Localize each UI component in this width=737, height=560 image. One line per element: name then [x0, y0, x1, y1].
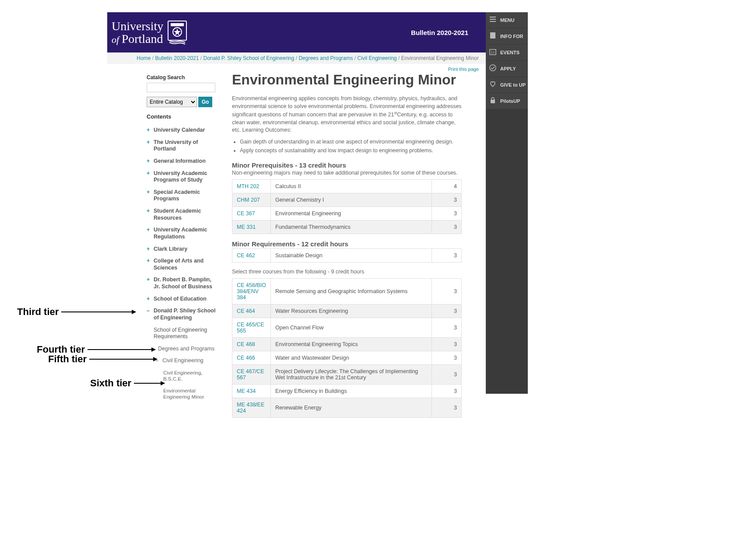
- crumb-bulletin[interactable]: Bulletin 2020-2021: [155, 55, 199, 61]
- rail-label: EVENTS: [500, 50, 519, 55]
- rail-item-pilotsup[interactable]: PilotsUP: [486, 93, 528, 109]
- elect-table: CE 458/BIO 384/ENV 384Remote Sensing and…: [232, 278, 462, 418]
- crumb-home[interactable]: Home: [137, 55, 151, 61]
- expand-icon[interactable]: +: [147, 246, 152, 253]
- course-row: ME 438/EE 424Renewable Energy3: [232, 398, 462, 417]
- course-name: Environmental Engineering Topics: [271, 337, 432, 351]
- cal-icon: 11: [489, 48, 496, 57]
- course-row: CHM 207General Chemistry I3: [232, 193, 462, 206]
- expand-icon: [156, 388, 161, 400]
- course-row: CE 367Environmental Engineering3: [232, 206, 462, 220]
- annotation-tier3: Third tier: [17, 306, 136, 318]
- course-code-link[interactable]: ME 434: [237, 388, 256, 394]
- course-credits: 3: [432, 398, 462, 417]
- course-name: Renewable Energy: [271, 398, 432, 417]
- svg-rect-1: [171, 23, 184, 26]
- course-code-link[interactable]: CE 465: [237, 322, 255, 328]
- course-row: CE 458/BIO 384/ENV 384Remote Sensing and…: [232, 278, 462, 304]
- check-icon: [489, 64, 496, 73]
- course-name: Open Channel Flow: [271, 318, 432, 337]
- course-code-link[interactable]: CE 467: [237, 368, 255, 374]
- svg-rect-7: [491, 100, 495, 103]
- course-row: CE 462Sustainable Design3: [232, 248, 462, 262]
- expand-icon[interactable]: +: [147, 208, 152, 221]
- expand-icon[interactable]: +: [147, 258, 152, 271]
- course-code-link[interactable]: CHM 207: [237, 197, 260, 203]
- req-table: CE 462Sustainable Design3: [232, 248, 462, 262]
- rail-label: PilotsUP: [500, 98, 520, 104]
- rail-item-info-for[interactable]: INFO FOR: [486, 28, 528, 45]
- course-credits: 3: [432, 248, 462, 262]
- outcome-item: Gain depth of understanding in at least …: [240, 139, 462, 145]
- course-code-link[interactable]: CE 462: [237, 252, 255, 259]
- crumb-civil[interactable]: Civil Engineering: [358, 55, 397, 61]
- prereq-table: MTH 202Calculus II4CHM 207General Chemis…: [232, 179, 462, 234]
- course-row: ME 434Energy Efficiency in Buildings3: [232, 384, 462, 398]
- course-code-link[interactable]: ME 331: [237, 224, 256, 230]
- rail-item-menu[interactable]: MENU: [486, 12, 528, 28]
- annotation-tier6: Sixth tier: [90, 378, 165, 389]
- course-code-link[interactable]: ME 438: [237, 402, 256, 408]
- course-row: MTH 202Calculus II4: [232, 179, 462, 193]
- prereq-heading: Minor Prerequisites - 13 credit hours: [232, 161, 462, 169]
- course-code-link[interactable]: MTH 202: [237, 183, 259, 189]
- expand-icon[interactable]: +: [147, 170, 152, 184]
- logo[interactable]: University of Portland: [112, 20, 187, 46]
- svg-point-6: [490, 65, 496, 71]
- expand-icon[interactable]: +: [147, 296, 152, 303]
- course-name: Sustainable Design: [271, 248, 432, 262]
- heart-icon: [489, 80, 496, 89]
- course-code-link[interactable]: CE 458: [237, 282, 255, 288]
- menu-rail: MENUINFO FOR11EVENTSAPPLYGIVE to UPPilot…: [486, 12, 528, 394]
- main-content: Environmental Engineering Minor Environm…: [193, 72, 486, 433]
- course-credits: 4: [432, 179, 462, 193]
- course-credits: 3: [432, 351, 462, 364]
- toc-item-label[interactable]: Clark Library: [154, 246, 187, 253]
- prereq-sub: Non-engineering majors may need to take …: [232, 170, 462, 176]
- course-credits: 3: [432, 384, 462, 398]
- course-code-link[interactable]: CE 464: [237, 308, 255, 314]
- logo-line1: University: [112, 19, 163, 33]
- course-credits: 3: [432, 206, 462, 220]
- rail-label: INFO FOR: [500, 34, 523, 39]
- rail-label: APPLY: [500, 66, 516, 71]
- expand-icon[interactable]: +: [147, 127, 152, 134]
- course-row: CE 466Water and Wastewater Design3: [232, 351, 462, 364]
- print-link[interactable]: Print this page: [448, 66, 479, 72]
- rail-label: MENU: [500, 18, 514, 23]
- course-name: Remote Sensing and Geographic Informatio…: [271, 278, 432, 304]
- svg-text:11: 11: [491, 50, 495, 54]
- elect-heading: Select three courses from the following …: [232, 269, 462, 275]
- course-row: ME 331Fundamental Thermodynamics3: [232, 220, 462, 234]
- expand-icon[interactable]: –: [147, 308, 152, 321]
- course-row: CE 464Water Resources Engineering3: [232, 304, 462, 318]
- page-title: Environmental Engineering Minor: [232, 72, 462, 88]
- course-code-link[interactable]: CE 367: [237, 210, 255, 217]
- course-row: CE 465/CE 565Open Channel Flow3: [232, 318, 462, 337]
- expand-icon[interactable]: +: [147, 189, 152, 203]
- course-name: Energy Efficiency in Buildings: [271, 384, 432, 398]
- menu-icon: [489, 16, 496, 24]
- rail-item-events[interactable]: 11EVENTS: [486, 45, 528, 61]
- course-name: Project Delivery Lifecycle: The Challeng…: [271, 364, 432, 384]
- course-code-link[interactable]: CE 468: [237, 341, 255, 347]
- bulletin-title: Bulletin 2020-2021: [411, 29, 468, 36]
- course-name: Fundamental Thermodynamics: [271, 220, 432, 234]
- crumb-school[interactable]: Donald P. Shiley School of Engineering: [203, 55, 294, 61]
- course-credits: 3: [432, 220, 462, 234]
- expand-icon[interactable]: +: [147, 227, 152, 240]
- expand-icon[interactable]: +: [147, 276, 152, 290]
- rail-item-apply[interactable]: APPLY: [486, 61, 528, 77]
- crumb-degrees[interactable]: Degrees and Programs: [298, 55, 353, 61]
- course-credits: 3: [432, 304, 462, 318]
- expand-icon[interactable]: +: [147, 158, 152, 165]
- course-credits: 3: [432, 337, 462, 351]
- course-name: Water Resources Engineering: [271, 304, 432, 318]
- course-credits: 3: [432, 318, 462, 337]
- expand-icon[interactable]: +: [147, 139, 152, 153]
- rail-item-give-to-up[interactable]: GIVE to UP: [486, 77, 528, 93]
- req-heading: Minor Requirements - 12 credit hours: [232, 240, 462, 248]
- learning-outcomes: Gain depth of understanding in at least …: [240, 139, 462, 154]
- course-code-link[interactable]: CE 466: [237, 355, 255, 361]
- catalog-select[interactable]: Entire Catalog: [147, 97, 197, 107]
